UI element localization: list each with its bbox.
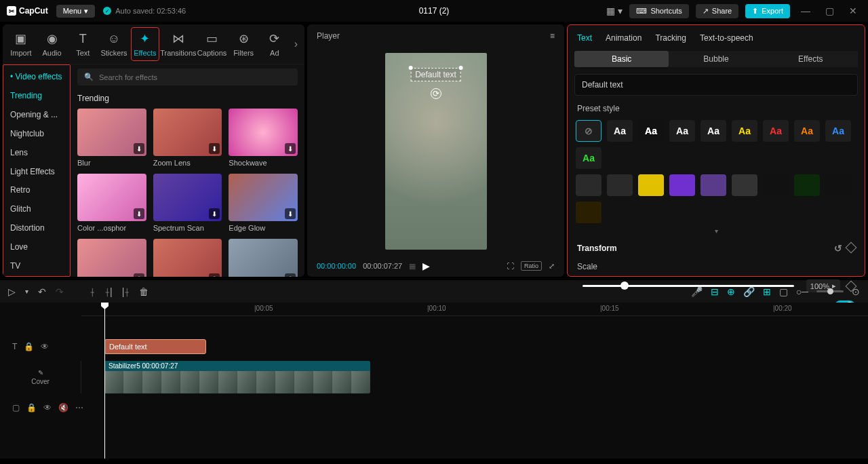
lock-icon[interactable]: 🔒 (26, 403, 37, 412)
download-icon[interactable]: ⬇ (134, 143, 144, 154)
sidebar-item-opening[interactable]: Opening & ... (3, 104, 70, 123)
split-icon[interactable]: ⟊ (90, 286, 95, 297)
preset-more[interactable] (763, 174, 789, 196)
export-button[interactable]: ⬆Export (745, 4, 790, 18)
preset-more[interactable] (825, 174, 851, 196)
tab-filters[interactable]: ⊛Filters (229, 27, 258, 61)
timeline-ruler[interactable]: |00:05|00:10|00:15|00:20 (81, 303, 868, 316)
effect-thumb[interactable]: ⬇ (77, 239, 146, 277)
effect-item[interactable]: ⬇Zoom Lens (153, 109, 222, 167)
download-icon[interactable]: ⬇ (285, 143, 296, 154)
preset-more[interactable] (576, 201, 601, 223)
rotate-icon[interactable]: ⟳ (431, 88, 441, 99)
text-clip[interactable]: Default text (104, 339, 206, 354)
subtab-basic[interactable]: Basic (574, 51, 669, 67)
effect-thumb[interactable]: ⬇ (229, 239, 298, 277)
maximize-button[interactable]: ▢ (821, 5, 838, 16)
search-input[interactable]: 🔍 Search for effects (77, 69, 298, 85)
trim-right-icon[interactable]: |⟊ (122, 286, 130, 297)
zoom-slider[interactable] (816, 290, 844, 292)
ratio-button[interactable]: Ratio (521, 261, 542, 271)
download-icon[interactable]: ⬇ (285, 273, 296, 277)
tab-effects[interactable]: ✦Effects (131, 27, 159, 61)
fullscreen-icon[interactable]: ⤢ (549, 262, 555, 271)
effect-item[interactable]: ⬇Blur (77, 109, 146, 167)
eye-icon[interactable]: 👁 (43, 403, 52, 412)
text-overlay[interactable]: Default text (410, 68, 461, 81)
download-icon[interactable]: ⬇ (209, 208, 220, 219)
tab-scroll-right-icon[interactable]: › (292, 38, 300, 50)
sidebar-item-glitch[interactable]: Glitch (3, 199, 70, 218)
effect-thumb[interactable]: ⬇ (77, 109, 146, 156)
sidebar-item-love[interactable]: Love (3, 237, 70, 256)
lock-icon[interactable]: 🔒 (24, 342, 34, 351)
delete-icon[interactable]: 🗑 (139, 286, 149, 297)
sidebar-item-lens[interactable]: Lens (3, 142, 70, 161)
close-button[interactable]: ✕ (845, 5, 861, 16)
effect-thumb[interactable]: ⬇ (77, 174, 146, 221)
preset-more[interactable] (638, 174, 664, 196)
mute-icon[interactable]: 🔇 (58, 403, 68, 412)
undo-icon[interactable]: ↶ (38, 286, 46, 297)
grid-icon[interactable]: ▦ (409, 262, 416, 271)
effect-item[interactable]: ⬇Color ...osphor (77, 174, 146, 232)
shortcuts-button[interactable]: ⌨Shortcuts (629, 4, 688, 18)
preset-style[interactable]: ⊘ (576, 120, 601, 142)
preset-more[interactable] (607, 174, 633, 196)
link-icon[interactable]: 🔗 (743, 286, 755, 297)
effect-item[interactable]: ⬇ (77, 239, 146, 277)
preset-more[interactable] (576, 174, 601, 196)
preset-more[interactable] (794, 174, 820, 196)
effect-item[interactable]: ⬇Edge Glow (229, 174, 298, 232)
preset-style[interactable]: Aa (576, 147, 601, 169)
preset-more[interactable] (669, 174, 695, 196)
reset-icon[interactable]: ↺ (834, 243, 842, 254)
download-icon[interactable]: ⬇ (209, 143, 220, 154)
effect-thumb[interactable]: ⬇ (153, 109, 222, 156)
preset-style[interactable]: Aa (732, 120, 757, 142)
minimize-button[interactable]: — (797, 5, 814, 16)
preset-style[interactable]: Aa (638, 120, 664, 142)
player-menu-icon[interactable]: ≡ (550, 31, 555, 41)
download-icon[interactable]: ⬇ (134, 273, 144, 277)
share-button[interactable]: ↗Share (696, 4, 738, 18)
sidebar-item-distortion[interactable]: Distortion (3, 218, 70, 237)
keyframe-icon[interactable] (846, 242, 857, 254)
player-stage[interactable]: Default text ⟳ (307, 47, 564, 255)
text-content-input[interactable]: Default text (574, 74, 858, 96)
crop-icon[interactable]: ⛶ (507, 262, 514, 270)
expand-icon[interactable]: ▾ (568, 226, 865, 236)
preset-more[interactable] (732, 174, 757, 196)
tab-text[interactable]: TText (68, 27, 97, 61)
tab-adjust[interactable]: ⟳Ad (260, 27, 289, 61)
sidebar-item-light[interactable]: Light Effects (3, 161, 70, 180)
trim-left-icon[interactable]: ⟊| (104, 286, 113, 297)
sidebar-item-video-effects[interactable]: Video effects (3, 66, 70, 85)
effect-item[interactable]: ⬇Spectrum Scan (153, 174, 222, 232)
effect-item[interactable]: ⬇ (229, 239, 298, 277)
redo-icon[interactable]: ↷ (56, 286, 64, 297)
tool-dropdown-icon[interactable]: ▾ (25, 288, 28, 295)
snap-icon[interactable]: ⊞ (763, 286, 771, 297)
preview-icon[interactable]: ▢ (779, 286, 788, 297)
menu-button[interactable]: Menu ▾ (56, 5, 96, 18)
preset-style[interactable]: Aa (701, 120, 726, 142)
tab-transitions[interactable]: ⋈Transitions (162, 27, 195, 61)
effect-thumb[interactable]: ⬇ (229, 174, 298, 221)
tab-audio[interactable]: ◉Audio (38, 27, 66, 61)
tab-captions[interactable]: ▭Captions (197, 27, 226, 61)
effect-item[interactable]: ⬇ (153, 239, 222, 277)
eye-icon[interactable]: 👁 (41, 342, 49, 351)
sidebar-item-trending[interactable]: Trending (3, 85, 70, 104)
preset-more[interactable] (701, 174, 726, 196)
insp-tab-tts[interactable]: Text-to-speech (700, 33, 753, 43)
timeline[interactable]: |00:05|00:10|00:15|00:20 T 🔒 👁 Default t… (0, 303, 868, 459)
preset-style[interactable]: Aa (794, 120, 820, 142)
preset-style[interactable]: Aa (669, 120, 695, 142)
insp-tab-text[interactable]: Text (577, 33, 592, 43)
aspect-icon[interactable]: ▦ ▾ (606, 5, 623, 16)
subtab-bubble[interactable]: Bubble (669, 51, 763, 67)
preset-style[interactable]: Aa (607, 120, 633, 142)
download-icon[interactable]: ⬇ (209, 273, 220, 277)
scale-slider[interactable] (583, 285, 794, 287)
